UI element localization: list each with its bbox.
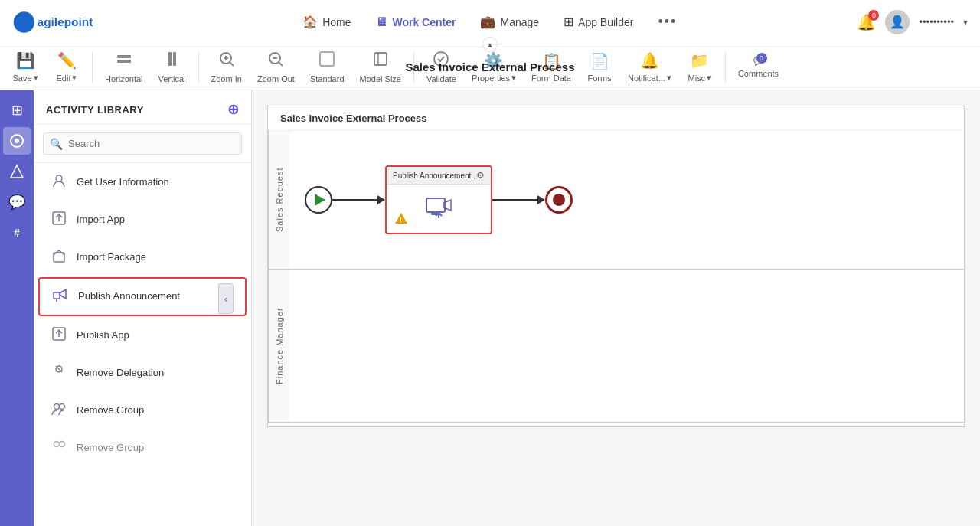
vertical-icon [164,51,181,71]
model-size-button[interactable]: Model Size [354,47,407,87]
remove-delegation-icon [51,363,69,384]
end-node-inner [553,194,565,206]
user-avatar[interactable]: 👤 [885,10,910,34]
save-label: Save ▾ [12,73,38,83]
form-data-button[interactable]: 📋 Form Data [525,49,577,86]
appbuilder-icon: ⊞ [564,15,573,29]
nav-home-label: Home [322,16,351,28]
end-node[interactable] [545,186,573,214]
swimlane-finance-manager-label: Finance Manager [268,270,289,422]
svg-rect-3 [117,60,131,63]
add-activity-button[interactable]: ⊕ [227,101,240,118]
canvas-container: Sales Invoice External Process Sales Req… [267,106,965,427]
svg-point-33 [60,442,65,447]
rail-hash-icon[interactable]: # [3,219,31,247]
manage-icon: 💼 [480,15,495,29]
forms-label: Forms [587,74,611,83]
rail-message-icon[interactable]: 💬 [3,188,31,216]
nav-home[interactable]: 🏠 Home [292,8,361,35]
standard-label: Standard [310,74,345,83]
rail-shapes-icon[interactable] [3,158,31,185]
validate-button[interactable]: Validate [420,47,462,87]
nav-appbuilder-label: App Builder [578,16,633,28]
sidebar-items-list: Get User Information Import App Import P… [34,163,251,526]
comments-button[interactable]: 💬 0 Comments [732,53,785,81]
edit-label: Edit ▾ [57,73,77,83]
sidebar-item-remove-group-2[interactable]: Remove Group [38,430,247,466]
forms-button[interactable]: 📄 Forms [580,49,619,86]
sidebar-item-remove-delegation[interactable]: Remove Delegation [38,355,247,391]
get-user-info-icon [51,172,69,193]
rail-activity-icon[interactable] [3,127,31,155]
svg-point-31 [60,404,65,410]
svg-marker-19 [11,165,23,178]
user-chevron-icon[interactable]: ▾ [963,17,968,28]
activity-node-title: Publish Announcement... [393,172,476,180]
svg-rect-24 [54,292,60,299]
sidebar-item-import-package[interactable]: Import Package [38,240,247,276]
rail-grid-icon[interactable]: ⊞ [3,96,31,124]
sidebar-item-publish-app[interactable]: Publish App [38,318,247,354]
sidebar-collapse-button[interactable]: ‹ [218,283,234,314]
logo[interactable]: agilepoint [12,10,104,34]
svg-rect-2 [117,55,131,58]
swimlane-sales-request-content: Publish Announcement... ⚙ [289,131,964,269]
properties-button[interactable]: ⚙️ Properties ▾ [466,48,522,86]
nav-right: 🔔 0 👤 •••••••••• ▾ [857,10,968,34]
nav-appbuilder[interactable]: ⊞ App Builder [553,8,644,35]
zoom-in-button[interactable]: Zoom In [205,47,248,87]
sidebar-item-publish-announcement[interactable]: Publish Announcement [38,277,247,316]
standard-icon [318,51,335,71]
search-input[interactable] [43,132,242,155]
model-size-icon [372,51,389,71]
nav-workcenter[interactable]: 🖥 Work Center [364,9,466,35]
zoom-out-button[interactable]: Zoom Out [251,47,301,87]
sidebar-search-area: 🔍 [34,125,251,163]
left-rail: ⊞ 💬 # [0,90,34,526]
publish-announcement-node[interactable]: Publish Announcement... ⚙ [385,165,492,234]
horizontal-icon [116,51,132,71]
activity-library-sidebar: ACTIVITY LIBRARY ⊕ 🔍 Get User Informatio… [34,90,252,526]
nav-more[interactable]: ••• [647,8,688,36]
start-node[interactable] [305,186,332,214]
properties-icon: ⚙️ [484,51,503,70]
flow-line-2 [492,199,538,201]
vertical-button[interactable]: Vertical [152,47,192,87]
validate-label: Validate [426,74,456,83]
save-button[interactable]: 💾 Save ▾ [6,48,44,86]
notification-badge: 0 [868,10,879,21]
nav-manage[interactable]: 💼 Manage [469,8,550,35]
comments-count: 0 [756,53,767,64]
swimlane-finance-manager-content [289,270,964,422]
swimlane-finance-manager: Finance Manager [268,270,964,423]
nav-manage-label: Manage [500,16,539,28]
activity-gear-icon[interactable]: ⚙ [476,170,485,181]
sidebar-header: ACTIVITY LIBRARY ⊕ [34,90,251,125]
activity-body-icon [422,192,456,226]
standard-button[interactable]: Standard [304,47,351,87]
svg-point-16 [434,52,448,66]
sidebar-item-remove-group-1[interactable]: Remove Group [38,393,247,429]
swimlane-sales-request: Sales Request [268,131,964,270]
sidebar-item-import-app[interactable]: Import App [38,202,247,238]
activity-node-wrapper: Publish Announcement... ⚙ [385,165,492,234]
svg-rect-14 [374,53,387,65]
publish-app-label: Publish App [77,329,129,342]
edit-button[interactable]: ✏️ Edit ▾ [47,48,86,86]
notifications-label: Notificat... ▾ [628,73,671,83]
properties-label: Properties ▾ [472,73,516,83]
sidebar-item-get-user-info[interactable]: Get User Information [38,165,247,201]
vertical-label: Vertical [158,74,186,83]
canvas-area[interactable]: Sales Invoice External Process Sales Req… [252,90,980,526]
toolbar-collapse-button[interactable]: ▲ [482,37,498,52]
horizontal-button[interactable]: Horizontal [99,47,149,87]
flow-diagram: Publish Announcement... ⚙ [305,165,949,234]
user-name[interactable]: •••••••••• [919,16,954,28]
toolbar-separator-1 [92,52,93,83]
notifications-button[interactable]: 🔔 Notificat... ▾ [622,48,678,86]
home-icon: 🏠 [302,15,318,29]
svg-line-11 [279,62,283,66]
notification-button[interactable]: 🔔 0 [857,13,876,31]
misc-button[interactable]: 📁 Misc ▾ [681,48,719,86]
remove-delegation-label: Remove Delegation [77,367,164,380]
